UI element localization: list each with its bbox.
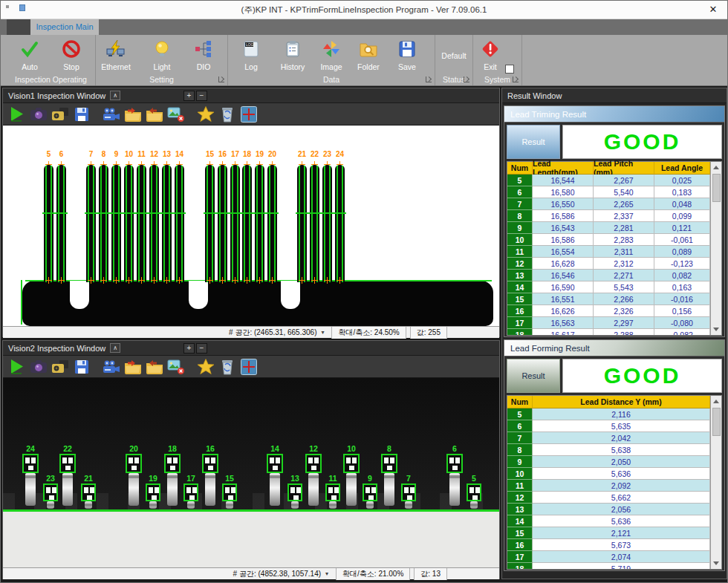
scroll-up-icon[interactable] [711,162,721,173]
table-row[interactable]: 1816,6172,288-0,082 [507,329,710,335]
status-dialog-launcher-icon[interactable] [464,76,469,82]
table-row[interactable]: 516,5442,2670,025 [507,175,710,186]
image-delete-icon[interactable] [166,105,186,123]
ethernet-button[interactable]: Ethernet [96,38,136,71]
crosshair-icon[interactable] [239,358,259,376]
table-row[interactable]: 132,056 [507,504,710,515]
vision2-image[interactable]: 24232221201918171615141312111098765 [3,378,499,567]
recycle-bin-icon[interactable] [218,358,237,376]
table-row[interactable]: 145,636 [507,515,710,527]
video-camera-icon[interactable] [102,358,121,376]
exit-button[interactable]: Exit [470,38,510,71]
table-row[interactable]: 1116,5542,3110,089 [507,246,710,258]
table-row[interactable]: 1416,5905,5430,163 [507,281,710,293]
scroll-thumb[interactable] [712,408,721,436]
scroll-down-icon[interactable] [711,558,721,569]
table-row[interactable]: 1016,5862,283-0,061 [507,234,710,246]
folder-import-icon[interactable] [123,358,143,376]
history-button[interactable]: History [273,38,313,71]
formed-lead-marker: 14 [266,444,284,508]
zoom-in-button[interactable]: + [183,91,195,101]
save-button[interactable]: Save [387,38,427,71]
table-row[interactable]: 125,662 [507,492,710,504]
save-image-icon[interactable] [72,358,91,376]
stop-button[interactable]: Stop [51,38,91,71]
save-image-icon[interactable] [72,105,91,123]
auto-button[interactable]: Auto [10,38,50,71]
recycle-bin-icon[interactable] [218,105,237,123]
close-button[interactable]: ✕ [706,3,720,16]
table-row[interactable]: 52,116 [507,408,710,420]
file-menu-button[interactable] [7,19,30,35]
lead-base-cross-icon [269,277,276,284]
zoom-out-button[interactable]: − [196,343,207,354]
forming-table-body[interactable]: 52,11665,63572,04285,63892,050105,636112… [507,408,710,569]
table-row[interactable]: 152,121 [507,527,710,539]
tab-inspection-main[interactable]: Inspection Main [30,19,99,35]
video-camera-icon[interactable] [102,105,121,123]
lead-number: 12 [305,444,322,453]
image-delete-icon[interactable] [166,358,186,376]
play-icon[interactable] [7,358,27,376]
table-row[interactable]: 112,092 [507,480,710,492]
log-button[interactable]: LOG Log [231,38,271,71]
table-row[interactable]: 1616,6262,3260,156 [507,305,710,317]
vision1-image[interactable]: 56789101112131415161718192021222324 [3,126,499,326]
lead-mid-tick [216,212,229,214]
data-dialog-launcher-icon[interactable] [426,76,432,82]
table-row[interactable]: 1316,5462,2710,082 [507,270,710,281]
table-row[interactable]: 616,5805,5400,183 [507,186,710,198]
play-icon[interactable] [7,105,27,123]
table-row[interactable]: 185,719 [507,563,710,569]
collapse-icon[interactable]: ∧ [110,91,120,100]
forming-scrollbar[interactable] [710,396,721,569]
lead-pin-body [149,501,157,509]
camera-export-icon[interactable] [51,358,70,376]
dropdown-arrow-icon[interactable]: ▾ [322,570,332,577]
dio-button[interactable]: DIO [183,38,224,71]
table-row[interactable]: 92,050 [507,456,710,468]
zoom-in-button[interactable]: + [183,343,195,354]
collapse-icon[interactable]: ∧ [110,343,120,353]
image-button[interactable]: Image [311,38,351,71]
table-row[interactable]: 165,673 [507,539,710,551]
value-cell: 2,281 [594,222,654,234]
folder-import-icon[interactable] [123,105,143,123]
roi-cell [189,495,195,500]
zoom-out-button[interactable]: − [196,91,207,101]
table-row[interactable]: 65,635 [507,420,710,432]
system-dialog-launcher-icon[interactable] [513,76,519,82]
system-checkbox[interactable] [505,65,514,74]
favorite-star-icon[interactable] [196,358,215,376]
scroll-thumb[interactable] [712,174,721,202]
table-row[interactable]: 85,638 [507,444,710,456]
default-button[interactable]: Default [434,51,474,60]
dropdown-arrow-icon[interactable]: ▾ [318,329,328,336]
table-row[interactable]: 816,5862,3370,099 [507,210,710,222]
lead-number: 20 [266,150,279,158]
snapshot-camera-icon[interactable] [29,105,48,123]
triming-table-body[interactable]: 516,5442,2670,025616,5805,5400,183716,55… [507,175,710,335]
snapshot-camera-icon[interactable] [29,358,48,376]
table-row[interactable]: 172,074 [507,551,710,563]
table-row[interactable]: 72,042 [507,432,710,444]
crosshair-icon[interactable] [239,105,259,123]
table-row[interactable]: 105,636 [507,468,710,480]
result-label: Result [507,359,560,393]
scroll-up-icon[interactable] [711,396,721,407]
triming-scrollbar[interactable] [710,162,721,335]
folder-export-icon[interactable] [145,105,164,123]
table-row[interactable]: 1216,6282,312-0,123 [507,258,710,270]
folder-export-icon[interactable] [145,358,164,376]
light-button[interactable]: Light [142,38,182,71]
camera-export-icon[interactable] [51,105,70,123]
folder-button[interactable]: Folder [348,38,389,71]
table-row[interactable]: 716,5502,2650,048 [507,198,710,210]
scroll-down-icon[interactable] [711,324,721,335]
table-row[interactable]: 1516,5512,266-0,016 [507,293,710,305]
favorite-star-icon[interactable] [196,105,215,123]
table-row[interactable]: 1716,5632,297-0,080 [507,317,710,329]
lead-marker: 5 [42,150,55,326]
setting-dialog-launcher-icon[interactable] [218,76,224,82]
table-row[interactable]: 916,5432,2810,121 [507,222,710,234]
